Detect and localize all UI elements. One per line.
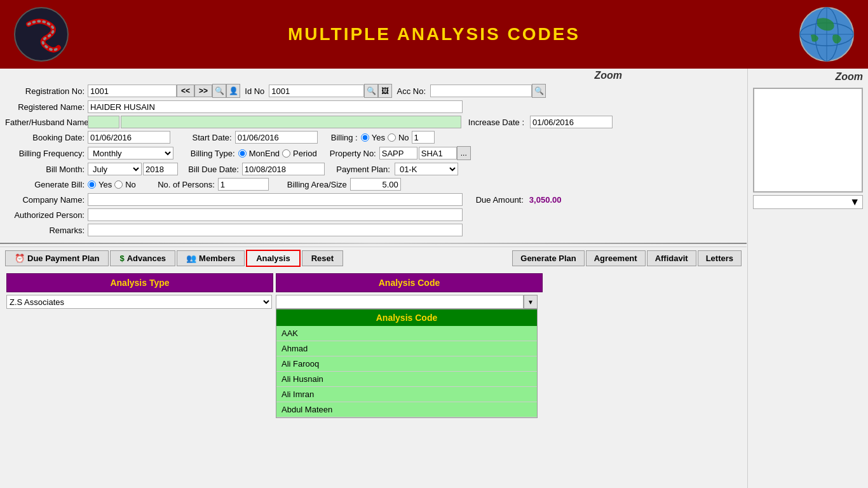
no-of-persons-input[interactable]: [218, 178, 269, 191]
billing-frequency-select[interactable]: Monthly: [88, 147, 173, 159]
generate-bill-label: Generate Bill:: [5, 180, 88, 189]
father-husband-label: Father/Husband Name:: [5, 118, 88, 127]
billing-type-period-radio[interactable]: [282, 149, 290, 158]
father-code-input[interactable]: [88, 116, 119, 128]
property-search-btn[interactable]: ...: [457, 146, 471, 160]
billing-type-monend-label: MonEnd: [249, 149, 280, 158]
registered-name-input[interactable]: [88, 100, 463, 113]
payment-plan-select[interactable]: 01-K: [395, 163, 458, 175]
bill-month-label: Bill Month:: [5, 165, 88, 174]
affidavit-btn[interactable]: Affidavit: [647, 250, 696, 266]
id-no-label: Id No: [245, 86, 268, 96]
search-btn-5[interactable]: 🔍: [532, 84, 546, 98]
billing-no-radio[interactable]: [388, 133, 396, 142]
start-date-input[interactable]: [235, 131, 318, 144]
tab-bar: ⏰ Due Payment Plan $ Advances 👥 Members …: [0, 247, 747, 269]
company-name-label: Company Name:: [5, 195, 88, 205]
generate-bill-no-label: No: [125, 180, 136, 189]
svg-point-0: [15, 8, 68, 61]
zoom-panel-box: [753, 88, 863, 193]
analysis-data-row: Z.S Associates ▼ Analysis Code: [6, 295, 553, 418]
search-btn-1[interactable]: 🔍: [212, 84, 226, 98]
father-name-input[interactable]: [121, 116, 461, 128]
acc-no-input[interactable]: [430, 85, 532, 97]
generate-bill-row: Generate Bill: Yes No No. of Persons: Bi…: [5, 178, 742, 191]
code-list-header: Analysis Code: [276, 309, 537, 326]
advances-icon: $: [119, 254, 124, 263]
analysis-type-header: Analysis Type: [6, 273, 273, 292]
billing-yes-radio[interactable]: [361, 133, 369, 142]
company-name-input[interactable]: [88, 193, 463, 206]
acc-no-label: Acc No:: [397, 86, 430, 96]
tab-reset[interactable]: Reset: [302, 250, 343, 266]
property-no-input1[interactable]: [379, 147, 417, 159]
search-btn-3[interactable]: 🔍: [364, 84, 378, 98]
authorized-person-input[interactable]: [88, 208, 463, 221]
registration-no-input[interactable]: [88, 85, 177, 97]
page-title: MULTIPLE ANALYSIS CODES: [288, 24, 580, 44]
bill-month-row: Bill Month: July Bill Due Date: Payment …: [5, 163, 742, 175]
analysis-type-select[interactable]: Z.S Associates: [6, 295, 272, 309]
registered-name-row: Registered Name:: [5, 100, 742, 113]
analysis-code-list: Analysis Code AAK Ahmad Ali Farooq Ali H…: [276, 309, 538, 418]
id-no-input[interactable]: [269, 85, 364, 97]
remarks-label: Remarks:: [5, 226, 88, 235]
analysis-code-cell: ▼ Analysis Code AAK Ahmad Ali Farooq Ali…: [276, 295, 543, 418]
generate-plan-btn[interactable]: Generate Plan: [512, 250, 584, 266]
separator: [0, 243, 747, 244]
code-item-ali-husnain[interactable]: Ali Husnain: [276, 372, 537, 387]
due-amount-value: 3,050.00: [527, 195, 562, 205]
bill-month-select[interactable]: July: [88, 163, 142, 175]
code-item-ali-farooq[interactable]: Ali Farooq: [276, 356, 537, 372]
analysis-headers: Analysis Type Analysis Code: [6, 273, 553, 292]
billing-type-period-label: Period: [293, 149, 317, 158]
start-date-label: Start Date:: [184, 133, 235, 142]
generate-bill-yes-label: Yes: [98, 180, 112, 189]
analysis-type-cell: Z.S Associates: [6, 295, 273, 418]
authorized-person-row: Authorized Person:: [5, 208, 742, 221]
remarks-input[interactable]: [88, 224, 463, 236]
bill-year-input[interactable]: [143, 163, 178, 175]
analysis-code-input[interactable]: [276, 295, 524, 309]
generate-bill-no-radio[interactable]: [114, 180, 123, 189]
next-btn[interactable]: >>: [194, 85, 212, 97]
bill-due-date-input[interactable]: [242, 163, 325, 175]
billing-frequency-row: Billing Frequency: Monthly Billing Type:…: [5, 146, 742, 160]
billing-type-monend-radio[interactable]: [238, 149, 247, 158]
tab-due-payment-plan[interactable]: ⏰ Due Payment Plan: [5, 250, 109, 266]
father-husband-row: Father/Husband Name: Increase Date :: [5, 116, 742, 128]
billing-area-input[interactable]: [350, 178, 401, 191]
increase-date-input[interactable]: [530, 116, 613, 128]
billing-radio-group: Yes No: [361, 133, 409, 142]
billing-label: Billing :: [329, 133, 361, 142]
logo-left: [13, 6, 70, 62]
remarks-row: Remarks:: [5, 224, 742, 236]
code-item-ali-imran[interactable]: Ali Imran: [276, 387, 537, 402]
analysis-code-dropdown-arrow[interactable]: ▼: [524, 295, 538, 309]
bill-due-date-label: Bill Due Date:: [185, 165, 242, 174]
header: MULTIPLE ANALYSIS CODES: [0, 0, 868, 69]
billing-area-label: Billing Area/Size: [280, 180, 350, 189]
search-btn-4[interactable]: 🖼: [378, 84, 392, 98]
generate-bill-yes-radio[interactable]: [88, 180, 96, 189]
tab-members[interactable]: 👥 Members: [177, 250, 245, 266]
code-item-abdul-mateen[interactable]: Abdul Mateen: [276, 402, 537, 417]
agreement-btn[interactable]: Agreement: [586, 250, 646, 266]
logo-right: [798, 6, 855, 62]
tab-analysis[interactable]: Analysis: [246, 250, 300, 267]
tab-advances[interactable]: $ Advances: [110, 250, 175, 266]
company-name-row: Company Name: Due Amount: 3,050.00: [5, 193, 742, 206]
search-btn-2[interactable]: 👤: [226, 84, 240, 98]
billing-type-radio-group: MonEnd Period: [238, 149, 317, 158]
billing-yes-label: Yes: [372, 133, 385, 142]
zoom-dropdown[interactable]: ▼: [753, 195, 863, 209]
due-amount-label: Due Amount:: [470, 195, 527, 205]
letters-btn[interactable]: Letters: [698, 250, 742, 266]
code-item-ahmad[interactable]: Ahmad: [276, 341, 537, 356]
billing-count-input[interactable]: [412, 131, 435, 144]
code-item-aak[interactable]: AAK: [276, 326, 537, 341]
booking-date-input[interactable]: [88, 131, 170, 144]
prev-btn[interactable]: <<: [177, 85, 194, 97]
property-no-input2[interactable]: [419, 147, 457, 159]
zoom-label: Zoom: [594, 70, 622, 81]
